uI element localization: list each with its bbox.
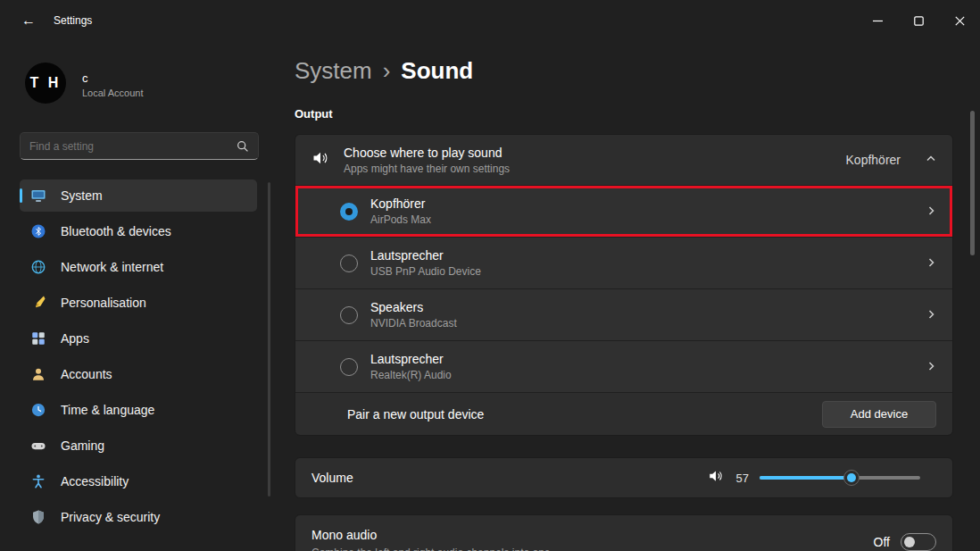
radio-button-selected[interactable] <box>340 203 358 221</box>
mono-audio-card: Mono audio Combine the left and right au… <box>295 514 953 551</box>
user-name: c <box>82 71 88 85</box>
selected-output-value: Kopfhörer <box>846 153 901 167</box>
search-box[interactable] <box>20 132 259 160</box>
breadcrumb: System › Sound <box>295 57 473 85</box>
volume-card: Volume 57 <box>295 457 953 498</box>
sidebar-item-label: Network & internet <box>61 260 163 274</box>
accessibility-icon <box>30 473 46 489</box>
pair-device-row: Pair a new output device Add device <box>295 392 952 435</box>
device-row-speakers-nvidia[interactable]: Speakers NVIDIA Broadcast <box>295 288 952 340</box>
device-name: Lautsprecher <box>370 248 481 263</box>
accounts-icon <box>30 366 46 382</box>
maximize-icon <box>914 16 924 26</box>
volume-speaker-icon[interactable] <box>708 468 724 488</box>
search-input[interactable] <box>21 140 237 153</box>
user-account-type: Local Account <box>82 88 144 98</box>
breadcrumb-parent[interactable]: System <box>295 57 372 85</box>
radio-button[interactable] <box>340 358 358 376</box>
gaming-icon <box>30 438 46 454</box>
main-scrollbar[interactable] <box>970 111 975 255</box>
minimize-icon <box>873 16 883 26</box>
device-description: AirPods Max <box>370 213 431 226</box>
sidebar-item-apps[interactable]: Apps <box>20 322 257 355</box>
sidebar-item-label: Accounts <box>61 367 112 381</box>
volume-slider-thumb[interactable] <box>843 470 860 486</box>
mono-audio-text: Mono audio Combine the left and right au… <box>311 528 551 551</box>
bluetooth-icon <box>30 223 46 239</box>
mono-audio-toggle[interactable] <box>901 533 936 551</box>
breadcrumb-separator: › <box>383 57 391 85</box>
window-controls <box>857 0 980 41</box>
pair-device-label: Pair a new output device <box>347 407 484 422</box>
output-device-expander[interactable]: Choose where to play sound Apps might ha… <box>295 135 952 185</box>
sidebar-item-label: System <box>61 188 103 203</box>
output-title: Choose where to play sound <box>344 146 510 160</box>
sidebar-item-network-internet[interactable]: Network & internet <box>20 251 257 283</box>
chevron-right-icon[interactable] <box>926 359 936 375</box>
device-name: Lautsprecher <box>370 352 452 366</box>
output-header-text: Choose where to play sound Apps might ha… <box>344 146 510 175</box>
device-name: Speakers <box>370 300 457 314</box>
device-text: Kopfhörer AirPods Max <box>370 196 431 226</box>
device-text: Lautsprecher Realtek(R) Audio <box>370 352 452 381</box>
device-row-lautsprecher-realtek[interactable]: Lautsprecher Realtek(R) Audio <box>295 340 952 392</box>
sidebar-item-personalisation[interactable]: Personalisation <box>20 287 257 319</box>
privacy-icon <box>30 509 46 525</box>
add-device-button[interactable]: Add device <box>822 401 936 428</box>
sidebar-item-label: Gaming <box>61 438 104 453</box>
sidebar-item-label: Personalisation <box>61 296 146 310</box>
maximize-button[interactable] <box>898 0 939 41</box>
sidebar-item-label: Apps <box>61 331 89 346</box>
sidebar-item-system[interactable]: System <box>20 179 257 212</box>
chevron-right-icon[interactable] <box>926 204 936 220</box>
device-text: Speakers NVIDIA Broadcast <box>370 300 457 330</box>
sidebar-item-accessibility[interactable]: Accessibility <box>20 465 257 497</box>
radio-button[interactable] <box>340 306 358 324</box>
output-subtitle: Apps might have their own settings <box>344 163 510 175</box>
sidebar-item-bluetooth-devices[interactable]: Bluetooth & devices <box>20 215 257 247</box>
volume-slider-fill <box>760 476 851 480</box>
device-description: NVIDIA Broadcast <box>370 317 457 330</box>
sidebar-item-accounts[interactable]: Accounts <box>20 358 257 390</box>
device-description: Realtek(R) Audio <box>370 369 452 381</box>
toggle-knob <box>904 537 915 547</box>
network-icon <box>30 259 46 275</box>
sidebar: T H c Local Account System Bluetooth & d… <box>0 41 286 551</box>
speaker-icon <box>311 149 329 171</box>
sidebar-nav: System Bluetooth & devices Network & int… <box>20 179 257 537</box>
chevron-right-icon[interactable] <box>926 255 936 271</box>
back-button[interactable]: ← <box>14 9 43 32</box>
radio-button[interactable] <box>340 255 358 272</box>
main-content: System › Sound Output Choose where to pl… <box>286 41 980 551</box>
close-icon <box>955 16 965 26</box>
device-name: Kopfhörer <box>370 196 431 211</box>
close-button[interactable] <box>939 0 980 41</box>
volume-value: 57 <box>733 472 749 485</box>
sidebar-scrollbar[interactable] <box>268 182 270 497</box>
chevron-right-icon[interactable] <box>926 307 936 323</box>
minimize-button[interactable] <box>857 0 898 41</box>
chevron-up-icon[interactable] <box>926 152 936 168</box>
sidebar-item-label: Bluetooth & devices <box>61 224 171 238</box>
personalisation-icon <box>30 295 46 311</box>
sidebar-item-privacy-security[interactable]: Privacy & security <box>20 501 257 533</box>
search-icon <box>237 140 258 153</box>
volume-slider[interactable] <box>760 470 920 486</box>
selected-indicator <box>20 188 22 203</box>
mono-audio-controls: Off <box>874 533 936 551</box>
time-language-icon <box>30 402 46 418</box>
device-row-lautsprecher-usb[interactable]: Lautsprecher USB PnP Audio Device <box>295 237 952 288</box>
settings-window: ← Settings T H c Local Account <box>0 0 980 551</box>
avatar[interactable]: T H <box>25 63 66 104</box>
sidebar-item-time-language[interactable]: Time & language <box>20 394 257 426</box>
mono-audio-subtitle: Combine the left and right audio channel… <box>311 547 551 551</box>
system-icon <box>30 188 46 204</box>
section-label-output: Output <box>295 107 333 121</box>
device-text: Lautsprecher USB PnP Audio Device <box>370 248 481 278</box>
device-row-kopfhoerer-airpods[interactable]: Kopfhörer AirPods Max <box>295 185 952 237</box>
page-title: Sound <box>401 57 473 85</box>
sidebar-item-gaming[interactable]: Gaming <box>20 430 257 462</box>
mono-audio-state: Off <box>874 535 890 549</box>
apps-icon <box>30 330 46 346</box>
window-title: Settings <box>54 0 92 41</box>
